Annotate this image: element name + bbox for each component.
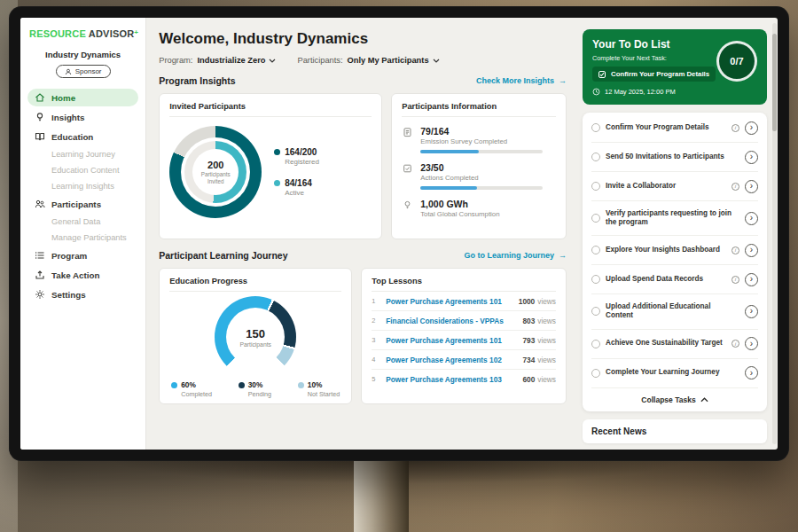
task-checkbox[interactable] (591, 214, 600, 223)
lesson-link[interactable]: Power Purchase Agreements 103 (386, 375, 516, 384)
task-checkbox[interactable] (591, 246, 600, 254)
chevron-right-icon[interactable]: › (745, 180, 758, 193)
task-checkbox[interactable] (591, 340, 600, 348)
task-row[interactable]: Send 50 Invitations to Participants › (591, 143, 758, 172)
sidebar-item-education-content[interactable]: Education Content (27, 163, 138, 177)
task-row[interactable]: Complete Your Learning Journey › (591, 359, 758, 388)
sidebar-item-education[interactable]: Education (27, 128, 138, 145)
completed-label: Completed (181, 390, 212, 398)
sidebar-item-home[interactable]: Home (27, 89, 138, 106)
info-icon[interactable]: i (732, 183, 739, 191)
go-to-learning-journey-link[interactable]: Go to Learning Journey → (464, 251, 567, 260)
chevron-right-icon[interactable]: › (745, 121, 758, 135)
registered-dot (274, 149, 280, 155)
task-checkbox[interactable] (591, 123, 600, 132)
actions-icon (402, 162, 413, 174)
survey-icon (402, 126, 413, 137)
sidebar-item-settings[interactable]: Settings (27, 286, 138, 303)
sidebar-subitem-label: Manage Participants (51, 233, 127, 242)
chevron-right-icon[interactable]: › (745, 212, 758, 225)
sidebar-subitem-label: Education Content (51, 166, 120, 175)
chevron-right-icon[interactable]: › (745, 151, 758, 164)
lesson-row: 1 Power Purchase Agreements 101 1000view… (372, 292, 556, 311)
chevron-up-icon (700, 397, 708, 403)
task-label: Verify participants requesting to join t… (606, 209, 739, 228)
lesson-link[interactable]: Power Purchase Agreements 102 (386, 356, 516, 364)
todo-progress-badge: 0/7 (716, 41, 757, 82)
chevron-right-icon[interactable]: › (745, 244, 758, 257)
lesson-link[interactable]: Power Purchase Agreements 101 (386, 336, 516, 345)
gauge-center: 150 Participants (226, 308, 285, 366)
scrollbar-track[interactable] (772, 23, 777, 444)
next-task-pill[interactable]: Confirm Your Program Details (592, 66, 716, 82)
pending-dot (239, 382, 245, 388)
sponsor-badge[interactable]: Sponsor (56, 65, 111, 78)
lesson-views: 803views (522, 317, 556, 325)
task-checkbox[interactable] (591, 275, 600, 284)
scrollbar-thumb[interactable] (772, 34, 777, 131)
lesson-link[interactable]: Financial Considerations - VPPAs (386, 317, 516, 325)
sidebar-subitem-label: General Data (51, 217, 100, 226)
sidebar-item-take-action[interactable]: Take Action (27, 266, 138, 284)
dashboard-screen: RESOURCE ADVISOR+ Industry Dynamics Spon… (20, 18, 778, 450)
chevron-right-icon[interactable]: › (745, 366, 758, 379)
main-content: Welcome, Industry Dynamics Program: Indu… (146, 18, 579, 450)
chevron-right-icon[interactable]: › (745, 305, 758, 318)
todo-panel: Your To Do List Complete Your Next Task:… (579, 18, 778, 450)
program-dropdown[interactable]: Industrialize Zero (197, 56, 276, 65)
todo-summary-card: Your To Do List Complete Your Next Task:… (583, 29, 767, 105)
filters-row: Program: Industrialize Zero Participants… (159, 56, 567, 65)
task-row[interactable]: Invite a Collaborator i › (591, 172, 758, 201)
task-row[interactable]: Upload Additional Educational Content › (591, 294, 758, 329)
info-icon[interactable]: i (732, 340, 739, 348)
brand-primary: RESOURCE (29, 28, 86, 39)
sidebar-item-label: Insights (51, 113, 85, 122)
sidebar-item-learning-journey[interactable]: Learning Journey (27, 147, 138, 161)
task-checkbox[interactable] (591, 153, 600, 161)
sidebar-item-label: Participants (51, 200, 101, 209)
participants-filter-label: Participants: (297, 56, 342, 65)
info-icon[interactable]: i (732, 276, 739, 284)
sidebar-item-label: Take Action (51, 270, 99, 280)
gauge-center-value: 150 (246, 327, 265, 340)
go-to-learning-journey-label: Go to Learning Journey (464, 251, 554, 260)
task-row[interactable]: Verify participants requesting to join t… (591, 201, 758, 236)
sidebar-item-general-data[interactable]: General Data (27, 215, 138, 229)
lesson-rank: 1 (372, 297, 379, 305)
not-started-label: Not Started (308, 390, 340, 398)
brand-logo[interactable]: RESOURCE ADVISOR+ (27, 28, 138, 39)
sidebar-item-insights[interactable]: Insights (27, 108, 138, 126)
task-checkbox[interactable] (591, 369, 600, 378)
actions-completed-row: 23/50 Actions Completed (402, 162, 556, 190)
check-more-insights-link[interactable]: Check More Insights → (476, 76, 567, 85)
learning-journey-header: Participant Learning Journey Go to Learn… (159, 250, 567, 261)
checkbox-icon[interactable] (598, 71, 606, 78)
chevron-right-icon[interactable]: › (745, 337, 758, 350)
info-icon[interactable]: i (732, 124, 739, 132)
program-dropdown-value: Industrialize Zero (197, 56, 265, 65)
collapse-tasks-button[interactable]: Collapse Tasks (591, 388, 758, 411)
emission-survey-row: 79/164 Emission Survey Completed (402, 126, 556, 153)
task-checkbox[interactable] (591, 307, 600, 316)
participants-dropdown-value: Only My Participants (348, 56, 429, 65)
task-row[interactable]: Achieve One Sustainability Target i › (591, 330, 758, 359)
sidebar-subitem-label: Learning Insights (51, 182, 114, 191)
sidebar-item-manage-participants[interactable]: Manage Participants (27, 231, 138, 245)
global-consumption-value: 1,000 GWh (420, 199, 499, 209)
task-row[interactable]: Upload Spend Data Records i › (591, 265, 758, 294)
chevron-right-icon[interactable]: › (745, 273, 758, 286)
education-icon (35, 131, 45, 142)
info-icon[interactable]: i (732, 246, 739, 254)
participants-dropdown[interactable]: Only My Participants (348, 56, 440, 65)
lesson-link[interactable]: Power Purchase Agreements 101 (386, 297, 512, 306)
sidebar-item-participants[interactable]: Participants (27, 195, 138, 213)
learning-journey-title: Participant Learning Journey (159, 250, 287, 261)
task-row[interactable]: Explore Your Insights Dashboard i › (591, 236, 758, 265)
legend-completed: 60% Completed (171, 380, 212, 398)
sidebar-item-program[interactable]: Program (27, 246, 138, 264)
task-row[interactable]: Confirm Your Program Details i › (591, 113, 758, 143)
program-insights-title: Program Insights (159, 75, 235, 86)
sidebar-item-learning-insights[interactable]: Learning Insights (27, 179, 138, 193)
task-label: Send 50 Invitations to Participants (606, 153, 739, 162)
task-checkbox[interactable] (591, 182, 600, 191)
